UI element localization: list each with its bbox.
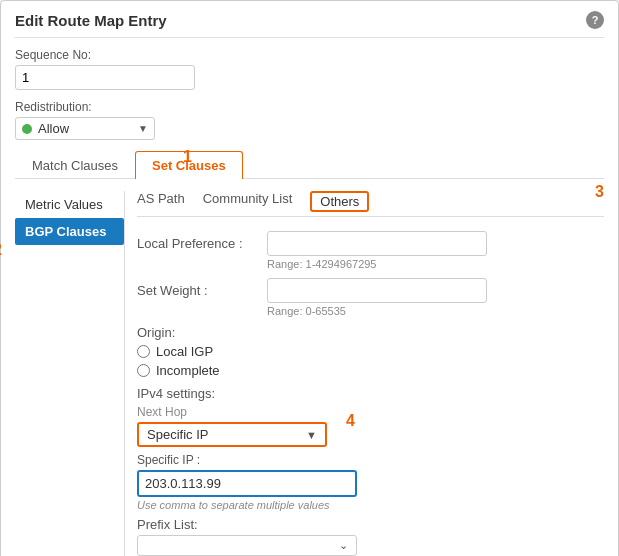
next-hop-value: Specific IP bbox=[147, 427, 306, 442]
help-icon[interactable]: ? bbox=[586, 11, 604, 29]
set-weight-range: Range: 0-65535 bbox=[267, 305, 604, 317]
set-weight-row: Set Weight : Range: 0-65535 bbox=[137, 278, 604, 317]
specific-ip-hint: Use comma to separate multiple values bbox=[137, 499, 604, 511]
local-preference-row: Local Preference : Range: 1-4294967295 bbox=[137, 231, 604, 270]
ipv4-section: IPv4 settings: Next Hop Specific IP ▼ 4 … bbox=[137, 386, 604, 556]
origin-local-igp-text: Local IGP bbox=[156, 344, 213, 359]
sequence-no-row: Sequence No: bbox=[15, 48, 604, 90]
set-weight-col: Range: 0-65535 bbox=[267, 278, 604, 317]
next-hop-select[interactable]: Specific IP ▼ bbox=[137, 422, 327, 447]
green-dot-icon bbox=[22, 124, 32, 134]
next-hop-arrow-icon: ▼ bbox=[306, 429, 317, 441]
redistribution-select[interactable]: Allow ▼ bbox=[15, 117, 155, 140]
redistribution-arrow-icon: ▼ bbox=[138, 123, 148, 134]
callout-4: 4 bbox=[346, 412, 355, 430]
dialog-title: Edit Route Map Entry bbox=[15, 12, 167, 29]
local-preference-input[interactable] bbox=[267, 231, 487, 256]
specific-ip-input[interactable] bbox=[137, 470, 357, 497]
tab-match-clauses[interactable]: Match Clauses bbox=[15, 151, 135, 179]
ipv4-settings-label: IPv4 settings: bbox=[137, 386, 604, 401]
next-hop-label: Next Hop bbox=[137, 405, 604, 419]
sequence-no-label: Sequence No: bbox=[15, 48, 604, 62]
origin-incomplete-text: Incomplete bbox=[156, 363, 220, 378]
local-preference-range: Range: 1-4294967295 bbox=[267, 258, 604, 270]
edit-route-map-dialog: Edit Route Map Entry ? Sequence No: Redi… bbox=[0, 0, 619, 556]
sub-tab-others[interactable]: Others bbox=[310, 191, 369, 212]
redistribution-label: Redistribution: bbox=[15, 100, 604, 114]
set-weight-input[interactable] bbox=[267, 278, 487, 303]
prefix-list-label: Prefix List: bbox=[137, 517, 604, 532]
sequence-no-input[interactable] bbox=[15, 65, 195, 90]
sub-tabs: AS Path Community List Others bbox=[137, 191, 604, 217]
dialog-header: Edit Route Map Entry ? bbox=[15, 11, 604, 38]
prefix-select-arrow-icon: ⌄ bbox=[339, 539, 348, 552]
callout-3: 3 bbox=[595, 183, 604, 201]
content-area: Metric Values BGP Clauses 2 AS Path Comm… bbox=[15, 191, 604, 556]
local-preference-label: Local Preference : bbox=[137, 231, 267, 251]
specific-ip-label: Specific IP : bbox=[137, 453, 604, 467]
origin-incomplete-radio[interactable] bbox=[137, 364, 150, 377]
left-nav: Metric Values BGP Clauses 2 bbox=[15, 191, 125, 556]
origin-local-igp-row: Local IGP bbox=[137, 344, 604, 359]
right-content: AS Path Community List Others 3 Local Pr… bbox=[137, 191, 604, 556]
origin-label: Origin: bbox=[137, 325, 604, 340]
nav-metric-values[interactable]: Metric Values bbox=[15, 191, 124, 218]
prefix-list-select[interactable]: ⌄ bbox=[137, 535, 357, 556]
set-weight-label: Set Weight : bbox=[137, 278, 267, 298]
local-preference-col: Range: 1-4294967295 bbox=[267, 231, 604, 270]
callout-2: 2 bbox=[0, 241, 2, 259]
sub-tab-community[interactable]: Community List bbox=[203, 191, 293, 212]
redistribution-row: Redistribution: Allow ▼ bbox=[15, 100, 604, 140]
origin-incomplete-row: Incomplete bbox=[137, 363, 604, 378]
origin-section: Origin: Local IGP Incomplete bbox=[137, 325, 604, 378]
sub-tab-aspath[interactable]: AS Path bbox=[137, 191, 185, 212]
origin-local-igp-radio[interactable] bbox=[137, 345, 150, 358]
nav-bgp-clauses[interactable]: BGP Clauses bbox=[15, 218, 124, 245]
callout-1: 1 bbox=[183, 148, 192, 166]
main-tabs: Match Clauses Set Clauses bbox=[15, 150, 604, 179]
redistribution-value: Allow bbox=[38, 121, 138, 136]
